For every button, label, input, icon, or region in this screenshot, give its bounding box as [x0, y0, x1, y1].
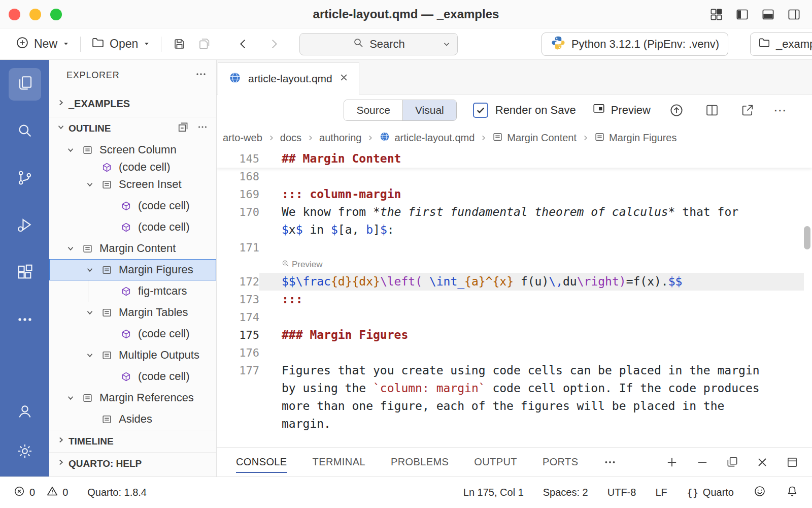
outline-item-margin-figures[interactable]: Margin Figures [49, 259, 216, 280]
open-in-new-window-icon[interactable] [738, 101, 757, 120]
extensions-activity-button[interactable] [9, 257, 41, 290]
outline-item-screen-inset[interactable]: Screen Inset [49, 174, 216, 195]
outline-more-actions-icon[interactable] [197, 121, 208, 135]
save-button[interactable] [166, 33, 192, 56]
outline-item-code-cell[interactable]: (code cell) [49, 195, 216, 216]
encoding-status[interactable]: UTF-8 [607, 487, 636, 498]
panel-tab-terminal[interactable]: TERMINAL [313, 448, 365, 477]
cursor-position-status[interactable]: Ln 175, Col 1 [463, 487, 524, 498]
chevron-down-icon[interactable] [80, 308, 99, 317]
code-line[interactable]: 169::: column-margin [217, 185, 812, 203]
code-line[interactable]: 145## Margin Content [217, 150, 812, 168]
outline-item-margin-references[interactable]: Margin References [49, 387, 216, 408]
global-search-input[interactable]: Search [299, 33, 458, 55]
collapse-all-icon[interactable] [178, 121, 189, 135]
preview-button[interactable]: Preview [592, 102, 651, 118]
save-all-button[interactable] [192, 33, 217, 56]
outline-item-fig-mtcars[interactable]: fig-mtcars [49, 280, 216, 302]
chevron-down-icon[interactable] [61, 393, 80, 402]
close-tab-icon[interactable] [339, 73, 349, 85]
zoom-window-button[interactable] [50, 9, 62, 20]
feedback-button[interactable] [753, 485, 766, 500]
editor-scrollbar-thumb[interactable] [804, 226, 810, 249]
toggle-right-sidebar-icon[interactable] [787, 8, 801, 21]
breadcrumb-item-margin-content[interactable]: Margin Content [492, 132, 577, 145]
breadcrumb-item-arto-web[interactable]: arto-web [223, 132, 262, 144]
quarto-help-section-header[interactable]: QUARTO: HELP [49, 452, 216, 474]
code-line[interactable]: 174 [217, 308, 812, 326]
outline-item-asides[interactable]: Asides [49, 408, 216, 430]
language-mode-status[interactable]: {} Quarto [687, 487, 734, 499]
source-control-activity-button[interactable] [9, 163, 41, 195]
close-window-button[interactable] [9, 9, 20, 20]
breadcrumb-item-authoring[interactable]: authoring [319, 132, 361, 144]
explorer-activity-button[interactable] [9, 68, 41, 101]
notifications-button[interactable] [786, 485, 799, 500]
chevron-down-icon[interactable] [80, 351, 99, 360]
outline-item-code-cell[interactable]: (code cell) [49, 216, 216, 238]
chevron-down-icon[interactable] [80, 265, 99, 274]
outline-item-code-cell[interactable]: (code cell) [49, 323, 216, 344]
more-activity-button[interactable] [9, 304, 41, 337]
outline-item-code-cell[interactable]: (code cell) [49, 366, 216, 387]
minimize-window-button[interactable] [29, 9, 41, 20]
panel-tab-console[interactable]: CONSOLE [236, 448, 287, 477]
code-line[interactable]: 172$$\frac{d}{dx}\left( \int_{a}^{x} f(u… [217, 273, 812, 291]
breadcrumb-item-margin-figures[interactable]: Margin Figures [594, 132, 676, 145]
source-mode-button[interactable]: Source [344, 100, 402, 120]
interpreter-selector[interactable]: Python 3.12.1 (PipEnv: .venv) [542, 33, 728, 56]
code-line[interactable]: 175### Margin Figures [217, 326, 812, 344]
eol-status[interactable]: LF [655, 487, 667, 498]
chevron-down-icon[interactable] [80, 180, 99, 189]
workspace-folder-button[interactable]: _examples [750, 33, 812, 56]
toggle-left-sidebar-icon[interactable] [735, 8, 749, 21]
code-line[interactable]: 176 [217, 344, 812, 362]
code-line[interactable]: by using the `column: margin` code cell … [217, 379, 812, 397]
indentation-status[interactable]: Spaces: 2 [543, 487, 588, 498]
panel-tab-output[interactable]: OUTPUT [474, 448, 517, 477]
panel-tab-problems[interactable]: PROBLEMS [391, 448, 449, 477]
outline-item-margin-tables[interactable]: Margin Tables [49, 302, 216, 323]
code-line[interactable]: margin. [217, 415, 812, 433]
code-line[interactable]: 173::: [217, 291, 812, 308]
settings-button[interactable] [9, 436, 41, 468]
panel-split-icon[interactable] [726, 456, 739, 469]
outline-item-screen-column[interactable]: Screen Column [49, 139, 216, 161]
search-activity-button[interactable] [9, 115, 41, 148]
split-editor-icon[interactable] [702, 101, 722, 120]
problems-status-button[interactable]: 0 0 [13, 485, 68, 500]
editor-tab-article-layout[interactable]: article-layout.qmd [218, 62, 359, 94]
toggle-bottom-panel-icon[interactable] [761, 8, 775, 21]
breadcrumb-item-article-layout-qmd[interactable]: article-layout.qmd [379, 131, 475, 145]
code-line[interactable]: 170We know from *the first fundamental t… [217, 203, 812, 221]
outline-section-header[interactable]: OUTLINE [49, 117, 216, 139]
run-debug-activity-button[interactable] [9, 210, 41, 242]
outline-item-margin-content[interactable]: Margin Content [49, 238, 216, 259]
account-button[interactable] [9, 396, 41, 429]
visual-mode-button[interactable]: Visual [402, 100, 456, 120]
customize-layout-icon[interactable] [709, 8, 723, 21]
render-on-save-checkbox[interactable] [473, 103, 488, 118]
open-button[interactable]: Open [86, 33, 156, 56]
timeline-section-header[interactable]: TIMELINE [49, 430, 216, 452]
workspace-section-header[interactable]: _EXAMPLES [49, 90, 216, 117]
code-line[interactable]: 177Figures that you create using code ce… [217, 362, 812, 379]
panel-plus-icon[interactable] [665, 455, 679, 469]
code-line[interactable]: more than one figure, each of the figure… [217, 397, 812, 415]
chevron-down-icon[interactable] [61, 244, 80, 253]
breadcrumb-item-docs[interactable]: docs [280, 132, 301, 144]
panel-minimize-icon[interactable] [695, 455, 709, 469]
outline-item-code-cell[interactable]: (code cell) [49, 161, 216, 174]
chevron-down-icon[interactable] [61, 145, 80, 154]
outline-item-multiple-outputs[interactable]: Multiple Outputs [49, 344, 216, 366]
code-editor[interactable]: 145## Margin Content168169::: column-mar… [217, 150, 812, 447]
code-line[interactable]: 168 [217, 168, 812, 185]
code-line[interactable]: $x$ in $[a, b]$: [217, 221, 812, 239]
sidebar-more-actions-icon[interactable] [195, 68, 207, 83]
code-line[interactable]: 171 [217, 239, 812, 257]
panel-close-icon[interactable] [755, 455, 769, 469]
quarto-version-status[interactable]: Quarto: 1.8.4 [87, 487, 147, 498]
editor-more-actions-icon[interactable]: ⋯ [773, 103, 788, 118]
navigate-forward-button[interactable] [261, 33, 286, 56]
new-button[interactable]: New [10, 33, 75, 56]
